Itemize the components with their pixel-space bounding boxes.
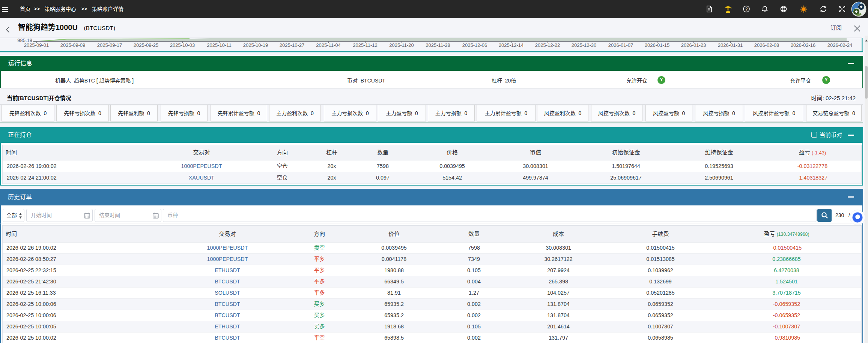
- svg-text:?: ?: [745, 7, 748, 11]
